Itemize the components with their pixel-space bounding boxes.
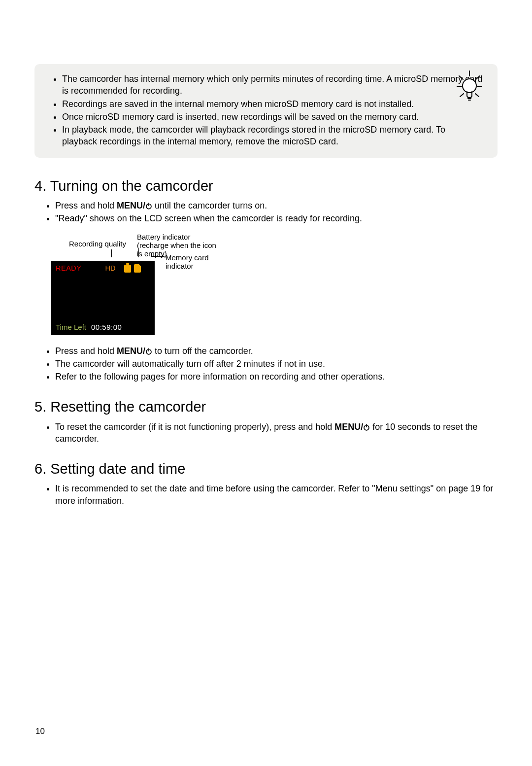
- text-bold-fragment: MENU/: [334, 422, 363, 432]
- section-turning-on: 4. Turning on the camcorder Press and ho…: [34, 176, 498, 383]
- lcd-rec-quality: HD: [105, 264, 115, 274]
- bullet-list: It is recommended to set the date and ti…: [34, 483, 498, 507]
- bullet-item: To reset the camcorder (if it is not fun…: [55, 421, 498, 445]
- tip-item: Once microSD memory card is inserted, ne…: [62, 111, 483, 123]
- tip-item: In playback mode, the camcorder will pla…: [62, 124, 483, 148]
- bullet-item: "Ready" shows on the LCD screen when the…: [55, 212, 498, 224]
- annot-tick: [111, 249, 112, 257]
- power-icon: [363, 424, 370, 431]
- memory-card-icon: [134, 264, 141, 273]
- tip-item: The camcorder has internal memory which …: [62, 73, 483, 97]
- lcd-time-left-value: 00:59:00: [91, 322, 122, 332]
- power-icon: [145, 203, 152, 209]
- bullet-list: Press and hold MENU/ until the camcorder…: [34, 200, 498, 225]
- lcd-topbar: READY HD: [52, 262, 154, 276]
- heading-date-time: 6. Setting date and time: [34, 459, 498, 479]
- lcd-status-ready: READY: [56, 264, 81, 274]
- tip-box: The camcorder has internal memory which …: [34, 64, 498, 158]
- annot-tick: [138, 249, 139, 257]
- section-resetting: 5. Resetting the camcorder To reset the …: [34, 397, 498, 445]
- bullet-item: The camcorder will automatically turn of…: [55, 358, 498, 370]
- tip-item: Recordings are saved in the internal mem…: [62, 98, 483, 110]
- text-fragment: to turn off the camcorder.: [152, 346, 253, 356]
- text-fragment: Press and hold: [55, 346, 117, 356]
- text-bold-fragment: MENU/: [117, 201, 145, 210]
- bullet-item: Press and hold MENU/ to turn off the cam…: [55, 345, 498, 357]
- annot-recording-quality: Recording quality: [69, 240, 126, 248]
- heading-resetting: 5. Resetting the camcorder: [34, 397, 498, 417]
- page-number: 10: [35, 726, 45, 737]
- power-icon: [145, 348, 152, 355]
- lcd-illustration: Recording quality Battery indicator (rec…: [51, 233, 219, 336]
- bullet-item: Refer to the following pages for more in…: [55, 371, 498, 383]
- tip-list: The camcorder has internal memory which …: [49, 73, 483, 148]
- bullet-item: It is recommended to set the date and ti…: [55, 483, 498, 507]
- bullet-list: To reset the camcorder (if it is not fun…: [34, 421, 498, 445]
- lcd-bottom-bar: Time Left 00:59:00: [52, 321, 154, 334]
- heading-turning-on: 4. Turning on the camcorder: [34, 176, 498, 196]
- section-date-time: 6. Setting date and time It is recommend…: [34, 459, 498, 507]
- annot-tick: [151, 256, 151, 261]
- bullet-item: Press and hold MENU/ until the camcorder…: [55, 200, 498, 211]
- bullet-list: Press and hold MENU/ to turn off the cam…: [34, 345, 498, 383]
- text-bold-fragment: MENU/: [117, 346, 145, 356]
- annot-memory-card: Memory card indicator: [166, 253, 220, 271]
- text-fragment: To reset the camcorder (if it is not fun…: [55, 422, 334, 432]
- text-fragment: until the camcorder turns on.: [152, 201, 267, 210]
- text-fragment: Press and hold: [55, 201, 117, 210]
- battery-icon: [124, 265, 131, 273]
- annot-tick: [151, 256, 165, 257]
- lcd-time-left-label: Time Left: [56, 322, 86, 332]
- lcd-screen: READY HD Time Left 00:59:00: [51, 261, 155, 335]
